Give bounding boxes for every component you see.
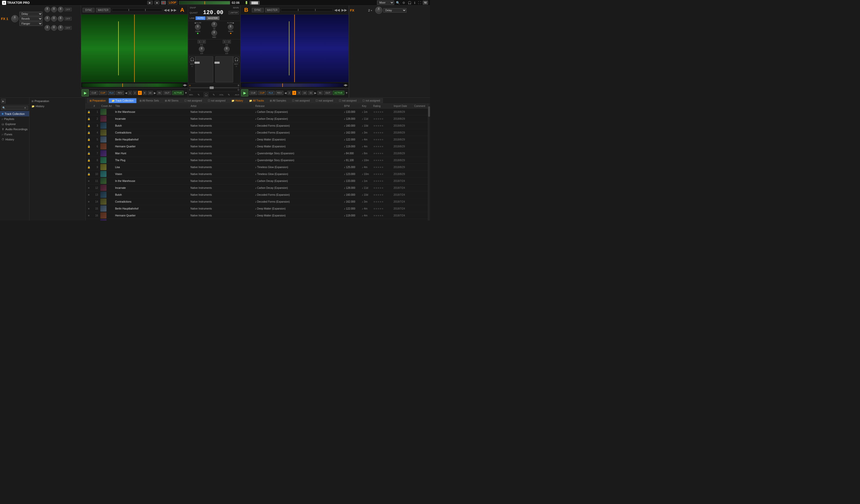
fx-2-a[interactable]: 2	[202, 40, 206, 44]
tab-not-assigned-2[interactable]: ☐not assigned	[205, 98, 228, 103]
track-rating[interactable]: ★★★★★	[372, 129, 392, 136]
rev-btn-a[interactable]: REV	[116, 91, 124, 95]
master-btn[interactable]: MASTER	[206, 16, 220, 20]
table-row[interactable]: ≡ 13 Butoh Native Instruments ♪ Decoded …	[86, 191, 428, 198]
mid-knob-a[interactable]	[212, 30, 217, 36]
table-row[interactable]: ≡ 15 Berlin Hauptbahnhof Native Instrume…	[86, 205, 428, 212]
fx-knob-delay-3[interactable]	[58, 7, 63, 12]
expand-a[interactable]: ▼	[185, 91, 187, 94]
loop-8-b[interactable]: 8	[297, 91, 301, 95]
play-all-btn[interactable]: ▶	[1, 99, 5, 103]
fx-knob-1b[interactable]	[375, 7, 382, 14]
table-row[interactable]: 🔒 5 Berlin Hauptbahnhof Native Instrumen…	[86, 136, 428, 143]
gain-knob-a[interactable]	[195, 24, 201, 30]
fx-knob-delay-2[interactable]	[51, 7, 57, 12]
sidebar-item-itunes[interactable]: ♪ iTunes	[0, 132, 29, 137]
tab-not-assigned-1[interactable]: ☐not assigned	[182, 98, 205, 103]
fx-off-3a[interactable]: OFF	[64, 26, 72, 30]
table-row[interactable]: 🔒 2 Incarnate Native Instruments ♪ Carbo…	[86, 115, 428, 122]
loop-4-b[interactable]: 4	[292, 91, 296, 95]
record-icon-btn[interactable]: ●	[161, 1, 166, 5]
table-row[interactable]: 🔒 4 Contradictions Native Instruments ♪ …	[86, 129, 428, 136]
track-rating[interactable]: ★★★★★	[372, 205, 392, 212]
fx-select-reverb-a[interactable]: Reverb	[19, 17, 42, 21]
track-rating[interactable]: ★★★★★	[372, 171, 392, 178]
info-icon-btn[interactable]: ℹ	[413, 1, 416, 5]
search-input[interactable]	[6, 106, 24, 109]
track-rating[interactable]: ★★★★★	[372, 150, 392, 157]
fx-knob-1a[interactable]	[11, 15, 18, 22]
deck-a-sync[interactable]: SYNC	[83, 8, 95, 12]
fx-select-delay-b[interactable]: Delay	[384, 8, 406, 13]
tab-not-assigned-3[interactable]: ☐not assigned	[289, 98, 313, 103]
col-key[interactable]: Key	[360, 104, 372, 108]
col-num[interactable]: #	[92, 104, 100, 108]
table-row[interactable]: 🔒 8 The Plug Native Instruments ♪ Queens…	[86, 157, 428, 164]
mix-headphone[interactable]: 🎧	[204, 92, 208, 97]
loop-16-a[interactable]: 16	[148, 91, 153, 95]
track-rating[interactable]: ★★★★★	[372, 136, 392, 143]
tab-track-collection[interactable]: 📁Track Collection	[109, 98, 137, 103]
track-rating[interactable]: ★★★★★	[372, 115, 392, 122]
fx-1-b[interactable]: 1	[223, 40, 227, 44]
deck-a-prev[interactable]: ◀◀	[164, 8, 169, 12]
track-rating[interactable]: ★★★★★	[372, 157, 392, 164]
search-clear-btn[interactable]: ✕	[24, 106, 26, 109]
table-row[interactable]: 🔒 1 In the Warehouse Native Instruments …	[86, 108, 428, 115]
loop-32-b[interactable]: 32	[308, 91, 313, 95]
cup-btn-a[interactable]: CUP	[99, 91, 107, 95]
fx-knob-rev-1[interactable]	[44, 16, 50, 21]
tab-not-assigned-6[interactable]: ☐not assigned	[360, 98, 383, 103]
fx-knob-rev-3[interactable]	[58, 16, 63, 21]
cue-btn-a[interactable]: CUE	[90, 91, 98, 95]
headphone-icon-btn[interactable]: 🎧	[407, 1, 412, 5]
out-btn-b[interactable]: OUT	[324, 91, 332, 95]
cue-btn-b[interactable]: CUE	[249, 91, 257, 95]
sidebar-item-history[interactable]: ⏱ History	[0, 137, 29, 142]
col-bpm[interactable]: BPM	[343, 104, 360, 108]
crossfader-ab[interactable]	[189, 87, 239, 88]
table-row[interactable]: 🔒 9 Lisa Native Instruments ♪ Timeless G…	[86, 164, 428, 171]
in-btn-b[interactable]: IN	[317, 91, 323, 95]
sidebar-item-audio-recordings[interactable]: 🎙 Audio Recordings	[0, 127, 29, 132]
ch-fader-a[interactable]	[195, 56, 213, 83]
zoom-fwd-b[interactable]: ▶	[345, 84, 347, 87]
sidebar-item-explorer[interactable]: 🗂 Explorer	[0, 121, 29, 127]
table-row[interactable]: 🔒 10 Vision Native Instruments ♪ Timeles…	[86, 171, 428, 178]
track-rating[interactable]: ★★★★★	[372, 184, 392, 191]
track-scrollbar[interactable]	[428, 104, 430, 221]
loop-prev-a[interactable]: ◀	[125, 91, 127, 95]
gain-knob-b[interactable]	[228, 24, 233, 30]
browser-nav-history[interactable]: 📁 History	[30, 104, 85, 108]
track-rating[interactable]: ★★★★★	[372, 122, 392, 129]
headphone-b-btn[interactable]: 🎧	[233, 56, 239, 62]
tab-all-tracks[interactable]: 📁All Tracks	[246, 98, 267, 103]
loop-1-a[interactable]: 1	[128, 91, 132, 95]
lo-knob-b[interactable]	[224, 46, 230, 52]
expand-b[interactable]: ▼	[345, 91, 348, 94]
ch-fader-b[interactable]	[215, 56, 233, 83]
table-row[interactable]: ≡ 16 Hermann Quartier Native Instruments…	[86, 212, 428, 219]
vol-pencil-icon[interactable]: ✎	[227, 93, 231, 96]
deck-b-master[interactable]: MASTER	[265, 8, 280, 12]
fx-knob-delay-1[interactable]	[44, 7, 50, 12]
fx-select-delay-a[interactable]: Delay	[19, 12, 42, 16]
table-row[interactable]: ≡ 14 Contradictions Native Instruments ♪…	[86, 198, 428, 205]
hi-knob-a[interactable]	[212, 22, 217, 27]
loop-4-a[interactable]: 4	[138, 91, 142, 95]
tab-not-assigned-5[interactable]: ☐not assigned	[336, 98, 359, 103]
table-row[interactable]: ≡ 17 Man Hunt Native Instruments ♪ Queen…	[86, 219, 428, 221]
tab-all-stems[interactable]: ⊞All Stems	[162, 98, 181, 103]
browser-nav-preparation[interactable]: ⊞ Preparation	[30, 99, 85, 103]
track-rating[interactable]: ★★★★★	[372, 143, 392, 150]
search-icon-btn[interactable]: 🔍	[395, 1, 401, 5]
fx-select-flanger-a[interactable]: Flanger	[19, 21, 42, 26]
deck-b-prev[interactable]: ◀◀	[334, 8, 340, 12]
track-rating[interactable]: ★★★★★	[372, 191, 392, 198]
sidebar-item-collection[interactable]: ◈ Track Collection	[0, 111, 29, 116]
loop-next-b[interactable]: ▶	[314, 91, 316, 95]
tab-history[interactable]: 📁History	[229, 98, 246, 103]
deck-a-master[interactable]: MASTER	[96, 8, 110, 12]
tab-preparation[interactable]: ⊞Preparation	[87, 98, 109, 103]
scrollbar-thumb[interactable]	[428, 106, 430, 117]
